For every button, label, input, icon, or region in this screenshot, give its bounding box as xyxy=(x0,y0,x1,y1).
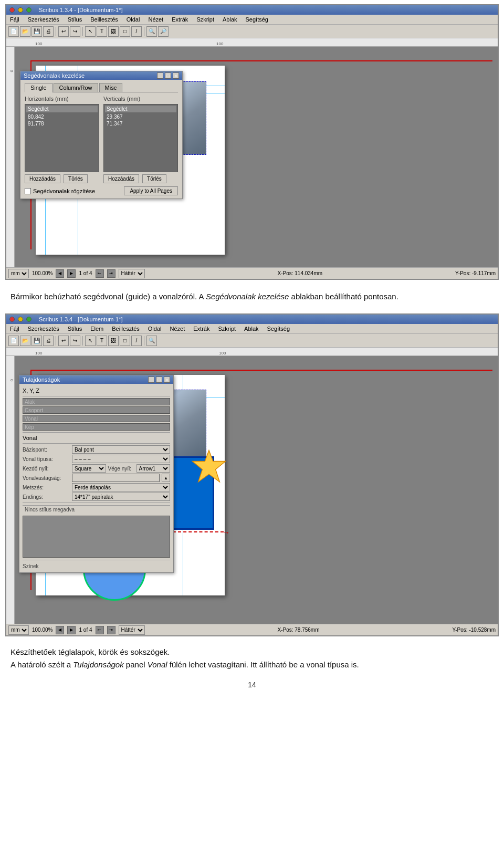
menu-segits-1[interactable]: Segítség xyxy=(244,16,270,23)
menu-nezet-1[interactable]: Nézet xyxy=(146,16,165,23)
new-btn[interactable]: 📄 xyxy=(8,26,19,37)
kezdo-nyil-select[interactable]: Square xyxy=(72,464,106,473)
page-nav-prev[interactable]: ◀ xyxy=(56,269,64,278)
bazispont-select[interactable]: Bal pont xyxy=(72,445,170,454)
h-listbox[interactable]: Segédlet 80.842 91.778 xyxy=(25,104,99,172)
line-btn-2[interactable]: / xyxy=(131,336,142,346)
minimize-btn-2[interactable] xyxy=(18,317,23,322)
v-btn-row: Hozzáadás Törlés xyxy=(103,174,178,183)
undo-btn-2[interactable]: ↩ xyxy=(58,336,69,346)
tab-single[interactable]: Single xyxy=(25,83,52,92)
rect-btn[interactable]: □ xyxy=(120,26,130,37)
tab-column-row[interactable]: Column/Row xyxy=(54,83,98,92)
menu-oldal-1[interactable]: Oldal xyxy=(125,16,142,23)
menu2-ablak[interactable]: Ablak xyxy=(243,325,260,332)
line-btn[interactable]: / xyxy=(131,26,142,37)
menu2-beil[interactable]: Beillesztés xyxy=(110,325,141,332)
page-nav-next[interactable]: ▶ xyxy=(67,269,76,278)
img-btn[interactable]: 🖼 xyxy=(108,26,119,37)
save-btn-2[interactable]: 💾 xyxy=(32,336,42,346)
unit-select-2[interactable]: mm xyxy=(8,625,29,635)
menu2-stilus[interactable]: Stílus xyxy=(66,325,84,332)
v-listbox[interactable]: Segédlet 29.367 71.347 xyxy=(103,104,178,172)
page-last[interactable]: ⇥ xyxy=(107,269,116,278)
vastag-up-btn[interactable]: ▲ xyxy=(162,474,170,482)
img-btn-2[interactable]: 🖼 xyxy=(108,336,119,346)
zoom-in-btn-2[interactable]: 🔍 xyxy=(146,336,157,346)
menu-szkript-1[interactable]: Szkript xyxy=(195,16,216,23)
csoport-input[interactable]: Csoport xyxy=(23,406,170,414)
open-btn[interactable]: 📂 xyxy=(20,26,30,37)
select-btn-2[interactable]: ↖ xyxy=(85,336,96,346)
props-minimize[interactable]: _ xyxy=(148,376,154,383)
menu-beil-1[interactable]: Beillesztés xyxy=(89,16,120,23)
vastag-input[interactable]: 1.353mm xyxy=(72,474,160,482)
page-nav-next-2[interactable]: ▶ xyxy=(67,626,76,634)
h-add-btn[interactable]: Hozzáadás xyxy=(25,174,60,183)
menu2-nezet[interactable]: Nézet xyxy=(169,325,187,332)
canvas-area-2: 0 Budapesti tájképek xyxy=(6,356,498,624)
h-list-item-1[interactable]: 80.842 xyxy=(26,113,98,120)
background-select-1[interactable]: Háttér xyxy=(119,269,145,278)
rect-btn-2[interactable]: □ xyxy=(120,336,130,346)
zoom-in-btn[interactable]: 🔍 xyxy=(146,26,157,37)
page-last-2[interactable]: ⇥ xyxy=(107,626,116,634)
dialog-close[interactable]: × xyxy=(173,72,179,79)
alak-input[interactable]: Alak xyxy=(23,398,170,405)
new-btn-2[interactable]: 📄 xyxy=(8,336,19,346)
minimize-btn-1[interactable] xyxy=(18,7,23,13)
menu-ablak-1[interactable]: Ablak xyxy=(221,16,239,23)
props-maximize[interactable]: □ xyxy=(156,376,162,383)
v-add-btn[interactable]: Hozzáadás xyxy=(103,174,139,183)
menu2-fajl[interactable]: Fájl xyxy=(8,325,21,332)
props-close[interactable]: × xyxy=(164,376,170,383)
dialog-minimize[interactable]: _ xyxy=(157,72,163,79)
h-list-item-2[interactable]: 91.778 xyxy=(26,120,98,127)
metszs-select[interactable]: Ferde átlapolás xyxy=(72,483,170,491)
menu-stilus-1[interactable]: Stílus xyxy=(66,16,84,23)
print-btn[interactable]: 🖨 xyxy=(43,26,54,37)
kep-input[interactable]: Kép xyxy=(23,423,170,431)
canvas-content-1: Budapesti tájképek Segédvonalak kezelése… xyxy=(15,55,498,267)
vonal-input-xyz[interactable]: Vonal xyxy=(23,415,170,422)
maximize-btn-1[interactable] xyxy=(26,7,32,13)
page-nav-prev-2[interactable]: ◀ xyxy=(56,626,64,634)
zoom-out-btn[interactable]: 🔎 xyxy=(158,26,169,37)
v-list-item-2[interactable]: 71.347 xyxy=(105,120,176,127)
menu2-elem[interactable]: Elem xyxy=(89,325,105,332)
unit-select-1[interactable]: mm xyxy=(8,269,29,278)
menu2-segits[interactable]: Segítség xyxy=(266,325,291,332)
save-btn[interactable]: 💾 xyxy=(32,26,42,37)
lock-guides-checkbox[interactable] xyxy=(25,188,31,194)
page-first-2[interactable]: ⇤ xyxy=(96,626,104,634)
vege-nyil-select[interactable]: Arrow1 xyxy=(136,464,171,473)
undo-btn[interactable]: ↩ xyxy=(58,26,69,37)
menu2-szkript[interactable]: Szkript xyxy=(216,325,237,332)
menu2-extrak[interactable]: Extrák xyxy=(192,325,211,332)
h-del-btn[interactable]: Törlés xyxy=(64,174,88,183)
v-del-btn[interactable]: Törlés xyxy=(142,174,166,183)
v-list-item-1[interactable]: 29.367 xyxy=(105,113,176,120)
vonal-tipus-select[interactable]: – – – – xyxy=(72,455,170,463)
dialog-maximize[interactable]: □ xyxy=(165,72,171,79)
open-btn-2[interactable]: 📂 xyxy=(20,336,30,346)
menu2-oldal[interactable]: Oldal xyxy=(146,325,163,332)
tab-misc[interactable]: Misc xyxy=(99,83,123,92)
endings-select[interactable]: 14*17" papíralak xyxy=(72,493,170,501)
print-btn-2[interactable]: 🖨 xyxy=(43,336,54,346)
menu-szerk-1[interactable]: Szerkesztés xyxy=(26,16,61,23)
page-first[interactable]: ⇤ xyxy=(96,269,104,278)
background-select-2[interactable]: Háttér xyxy=(119,625,145,635)
menu-extrak-1[interactable]: Extrák xyxy=(170,16,190,23)
menu2-szerk[interactable]: Szerkesztés xyxy=(26,325,61,332)
text-btn[interactable]: T xyxy=(97,26,107,37)
redo-btn-2[interactable]: ↪ xyxy=(70,336,80,346)
close-btn-2[interactable] xyxy=(9,317,15,322)
close-btn-1[interactable] xyxy=(9,7,15,13)
select-btn[interactable]: ↖ xyxy=(85,26,96,37)
apply-all-pages-btn[interactable]: Apply to All Pages xyxy=(124,186,178,195)
redo-btn[interactable]: ↪ xyxy=(70,26,80,37)
menu-fajl-1[interactable]: Fájl xyxy=(8,16,21,23)
maximize-btn-2[interactable] xyxy=(26,317,32,322)
text-btn-2[interactable]: T xyxy=(97,336,107,346)
